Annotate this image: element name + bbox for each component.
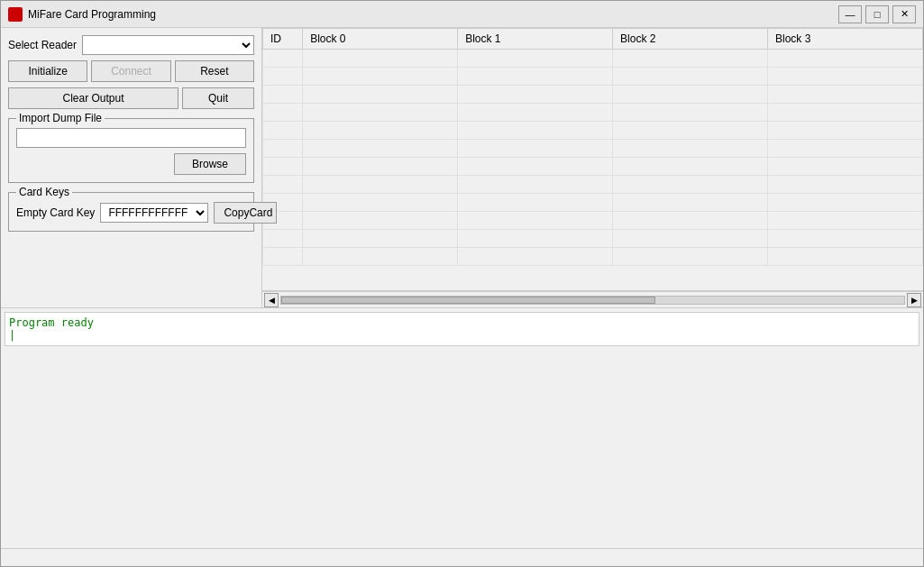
table-cell (458, 104, 613, 122)
table-cell (768, 212, 923, 230)
table-cell (613, 212, 768, 230)
title-bar-buttons: — □ ✕ (838, 5, 916, 23)
dump-file-input[interactable] (16, 128, 246, 148)
bottom-area: Program ready | (1, 307, 923, 548)
table-cell (458, 230, 613, 248)
connect-button[interactable]: Connect (91, 60, 170, 82)
table-cell (613, 68, 768, 86)
table-cell (303, 212, 458, 230)
select-reader-row: Select Reader (8, 35, 254, 55)
init-connect-reset-row: Initialize Connect Reset (8, 60, 254, 82)
initialize-button[interactable]: Initialize (8, 60, 87, 82)
select-reader-label: Select Reader (8, 39, 77, 51)
empty-card-key-label: Empty Card Key (16, 206, 95, 219)
left-panel: Select Reader Initialize Connect Reset C… (1, 28, 262, 307)
table-cell (303, 140, 458, 158)
table-cell (613, 140, 768, 158)
title-bar: MiFare Card Programming — □ ✕ (1, 1, 923, 28)
scroll-left-button[interactable]: ◀ (264, 293, 279, 307)
table-cell (613, 50, 768, 68)
table-cell (263, 50, 303, 68)
col-header-block1: Block 1 (458, 29, 613, 50)
table-cell (613, 194, 768, 212)
copy-card-button[interactable]: CopyCard (214, 202, 277, 224)
table-cell (768, 68, 923, 86)
table-cell (263, 248, 303, 266)
card-keys-title: Card Keys (16, 186, 72, 198)
table-row (263, 50, 923, 68)
data-table: ID Block 0 Block 1 Block 2 Block 3 (262, 28, 923, 266)
main-layout: Select Reader Initialize Connect Reset C… (1, 28, 923, 566)
clear-quit-row: Clear Output Quit (8, 87, 254, 109)
key-combo-wrapper: FFFFFFFFFFFF (100, 203, 208, 223)
table-cell (613, 158, 768, 176)
status-bar (1, 548, 923, 566)
select-reader-combo-wrapper (82, 35, 254, 55)
table-row (263, 212, 923, 230)
table-cell (303, 248, 458, 266)
table-cell (263, 158, 303, 176)
table-cell (768, 86, 923, 104)
table-cell (263, 68, 303, 86)
table-row (263, 194, 923, 212)
horizontal-scrollbar[interactable]: ◀ ▶ (262, 291, 923, 307)
table-cell (768, 122, 923, 140)
table-cell (303, 86, 458, 104)
card-keys-row: Empty Card Key FFFFFFFFFFFF CopyCard (16, 202, 246, 224)
table-container[interactable]: ID Block 0 Block 1 Block 2 Block 3 (262, 28, 923, 291)
table-cell (458, 68, 613, 86)
app-icon (8, 7, 23, 22)
window-title: MiFare Card Programming (28, 8, 838, 21)
maximize-button[interactable]: □ (865, 5, 889, 23)
table-cell (458, 176, 613, 194)
right-panel: ID Block 0 Block 1 Block 2 Block 3 (262, 28, 923, 307)
table-cell (613, 104, 768, 122)
table-cell (303, 158, 458, 176)
quit-button[interactable]: Quit (182, 87, 254, 109)
select-reader-combo[interactable] (82, 35, 254, 55)
table-row (263, 158, 923, 176)
scroll-right-button[interactable]: ▶ (907, 293, 921, 307)
table-cell (458, 122, 613, 140)
browse-row: Browse (16, 153, 246, 175)
browse-button[interactable]: Browse (174, 153, 246, 175)
table-cell (768, 50, 923, 68)
clear-output-button[interactable]: Clear Output (8, 87, 178, 109)
table-row (263, 86, 923, 104)
table-cell (458, 140, 613, 158)
table-cell (458, 158, 613, 176)
cursor-line: | (9, 329, 915, 342)
table-cell (303, 68, 458, 86)
table-cell (768, 176, 923, 194)
import-dump-title: Import Dump File (16, 112, 105, 124)
table-cell (263, 122, 303, 140)
close-button[interactable]: ✕ (892, 5, 916, 23)
table-cell (263, 104, 303, 122)
table-cell (458, 194, 613, 212)
main-window: MiFare Card Programming — □ ✕ Select Rea… (0, 0, 924, 567)
scroll-thumb[interactable] (281, 297, 655, 304)
table-cell (768, 230, 923, 248)
table-cell (303, 104, 458, 122)
reset-button[interactable]: Reset (175, 60, 254, 82)
table-cell (768, 140, 923, 158)
top-area: Select Reader Initialize Connect Reset C… (1, 28, 923, 307)
col-header-id: ID (263, 29, 303, 50)
minimize-button[interactable]: — (838, 5, 862, 23)
table-cell (263, 140, 303, 158)
table-row (263, 248, 923, 266)
table-cell (458, 212, 613, 230)
empty-card-key-select[interactable]: FFFFFFFFFFFF (100, 203, 208, 223)
table-cell (263, 230, 303, 248)
col-header-block3: Block 3 (768, 29, 923, 50)
table-cell (303, 230, 458, 248)
output-area[interactable]: Program ready | (5, 312, 919, 346)
output-text: Program ready (9, 316, 915, 329)
table-cell (303, 194, 458, 212)
scroll-track[interactable] (280, 296, 905, 305)
card-keys-group: Card Keys Empty Card Key FFFFFFFFFFFF Co… (8, 192, 254, 232)
table-cell (458, 248, 613, 266)
table-cell (613, 230, 768, 248)
table-header-row: ID Block 0 Block 1 Block 2 Block 3 (263, 29, 923, 50)
col-header-block0: Block 0 (303, 29, 458, 50)
